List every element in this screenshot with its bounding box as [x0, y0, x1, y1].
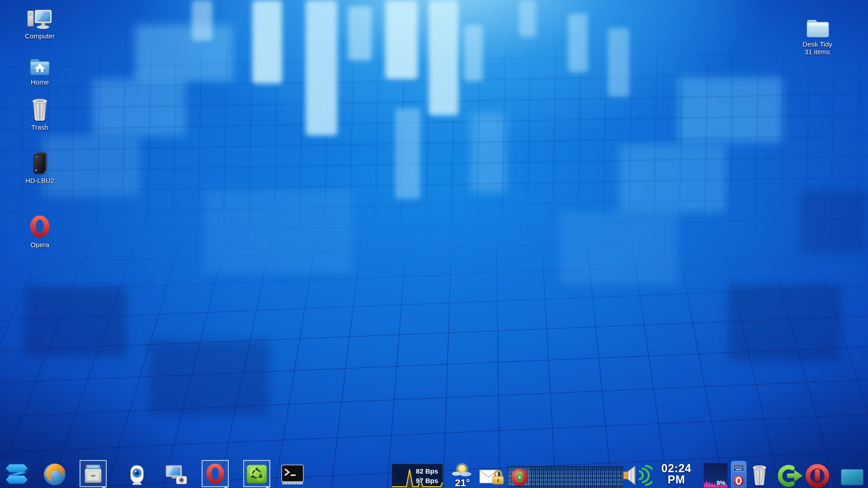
volume-control[interactable] [622, 464, 653, 487]
zorin-logo-icon [4, 463, 30, 485]
media-app-icon [511, 469, 528, 485]
desktop-icon-label: Opera [15, 241, 65, 249]
logout-icon [774, 464, 802, 488]
weather-temperature: 21° [455, 477, 470, 488]
shutdown-button[interactable] [804, 463, 831, 488]
network-download-speed: 82 Bps [416, 466, 438, 476]
desktop-screen: Computer Home Trash HD-LB [0, 0, 868, 488]
desktop-icon-home[interactable]: Home [15, 57, 65, 86]
cpu-usage: 9% [717, 479, 726, 487]
firefox-icon [43, 463, 66, 486]
desktop-icon-opera[interactable]: Opera [15, 214, 65, 249]
system-tray [731, 461, 746, 488]
trash-icon [750, 464, 769, 487]
desk-tidy-label: Desk Tidy [790, 40, 844, 48]
desktop-icon-label: Home [15, 78, 65, 86]
desktop-icon-label: HD-LBU2 [15, 177, 65, 184]
taskbar-terminal[interactable] [281, 465, 304, 485]
home-folder-icon [28, 57, 52, 77]
mail-security-widget[interactable] [478, 467, 506, 487]
power-icon [804, 463, 830, 488]
file-cabinet-icon [82, 463, 104, 484]
desktop-icon-hd-lbu2[interactable]: HD-LBU2 [15, 150, 65, 184]
desktop-icon-label: Trash [15, 123, 65, 131]
clock-time: 02:24 PM [653, 463, 700, 485]
zorin-menu-button[interactable] [3, 463, 31, 485]
network-monitor-widget[interactable]: 82 Bps 97 Bps [392, 464, 443, 488]
opera-icon [204, 462, 226, 486]
logout-button[interactable] [774, 464, 803, 488]
system-monitor-widget[interactable]: 9% [703, 463, 728, 488]
taskbar-webcam-app[interactable] [127, 465, 147, 485]
sun-cloud-icon [450, 463, 475, 479]
media-app-chip[interactable] [509, 468, 530, 486]
folder-icon [804, 17, 830, 39]
opera-icon [28, 214, 52, 239]
trash-icon [30, 98, 50, 122]
desktop-icon-computer[interactable]: Computer [15, 9, 65, 40]
desktop-icon-label: Computer [15, 32, 65, 40]
show-desktop-button[interactable] [841, 469, 863, 485]
media-visualizer-widget[interactable] [507, 466, 623, 487]
desk-tidy-count: 31 items [790, 48, 844, 56]
weather-widget[interactable]: 21° [448, 463, 476, 488]
opera-tray-icon[interactable] [734, 476, 744, 486]
mail-lock-icon [479, 467, 506, 487]
taskbar-opera-launcher[interactable] [204, 462, 226, 486]
taskbar-screenshot-app[interactable] [165, 464, 188, 485]
clock-widget[interactable]: 02:24 PM Fri Aug 01 [653, 463, 700, 488]
webcam-icon [128, 465, 146, 485]
terminal-icon [281, 465, 304, 485]
keyboard-indicator-icon[interactable] [733, 464, 744, 472]
screenshot-icon [165, 464, 188, 485]
taskbar-software-center[interactable] [245, 463, 268, 485]
taskbar-firefox-launcher[interactable] [42, 463, 67, 486]
external-drive-icon [29, 150, 51, 175]
network-upload-speed: 97 Bps [416, 476, 438, 485]
speaker-icon [623, 464, 652, 487]
taskbar-file-manager[interactable] [82, 463, 104, 484]
taskbar-trash[interactable] [750, 464, 769, 487]
wallpaper-vignette [0, 0, 868, 488]
software-center-icon [245, 463, 268, 485]
taskbar: 82 Bps 97 Bps 21° [0, 459, 868, 488]
desktop-icon-trash[interactable]: Trash [15, 98, 65, 131]
computer-icon [27, 9, 52, 31]
desktop-icon-desk-tidy[interactable]: Desk Tidy 31 items [790, 17, 844, 56]
